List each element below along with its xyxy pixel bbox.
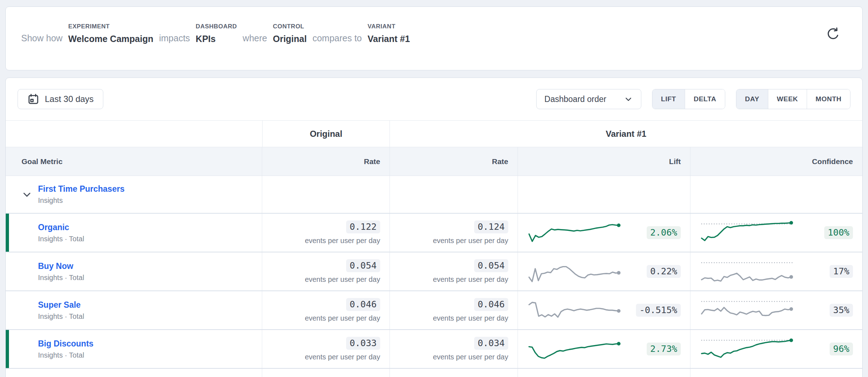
variant-group-header: Variant #1 <box>390 121 862 147</box>
rate-unit: events per user per day <box>433 314 508 322</box>
variant-rate-value: 0.046 <box>474 298 508 311</box>
dashboard-order-dropdown[interactable]: Dashboard order <box>536 89 641 109</box>
granularity-toggle: DAYWEEKMONTH <box>736 89 850 109</box>
metric-name-link[interactable]: Buy Now <box>38 261 84 271</box>
control-group-header: Original <box>262 121 390 147</box>
variant-selector[interactable]: VARIANT Variant #1 <box>368 23 410 44</box>
control-label: CONTROL <box>273 23 307 30</box>
group-metric-link[interactable]: First Time Purchasers <box>38 184 124 194</box>
confidence-value: 96% <box>830 343 853 356</box>
lift-sparkline <box>528 335 624 363</box>
variant-rate-value: 0.124 <box>474 220 508 234</box>
confidence-sparkline <box>700 219 794 246</box>
variant-label: VARIANT <box>368 23 410 30</box>
empty-cell <box>6 369 262 377</box>
chevron-down-icon <box>624 94 633 104</box>
rate-unit: events per user per day <box>305 314 380 322</box>
column-header-confidence: Confidence <box>690 147 862 176</box>
metric-source: Insights · Total <box>38 274 84 282</box>
control-selector[interactable]: CONTROL Original <box>273 23 307 44</box>
empty-cell <box>690 369 862 377</box>
experiment-header-card: Show how EXPERIMENT Welcome Campaign imp… <box>5 6 863 70</box>
metric-row: Big Discounts Insights · Total 0.033 eve… <box>6 330 862 369</box>
column-header-row: Goal Metric Rate Rate Lift Confidence <box>6 147 862 176</box>
variant-value: Variant #1 <box>368 34 410 44</box>
experiment-phrase: Show how EXPERIMENT Welcome Campaign imp… <box>6 7 862 44</box>
confidence-value: 100% <box>824 226 853 239</box>
dashboard-selector[interactable]: DASHBOARD KPIs <box>196 23 237 44</box>
phrase-text: compares to <box>312 33 362 44</box>
group-metric-source: Insights <box>38 196 124 205</box>
metric-name-link[interactable]: Super Sale <box>38 300 84 310</box>
chevron-down-icon <box>22 189 32 200</box>
control-rate-value: 0.122 <box>346 220 380 234</box>
metric-source: Insights · Total <box>38 235 84 243</box>
dashboard-order-label: Dashboard order <box>544 94 607 104</box>
empty-cell <box>390 176 518 213</box>
toolbar-right-group: Dashboard order LIFTDELTA DAYWEEKMONTH <box>536 89 850 109</box>
lift-value: -0.515% <box>636 304 681 317</box>
control-rate-cell: 0.046 events per user per day <box>262 291 390 329</box>
confidence-cell: 100% <box>690 214 862 252</box>
experiment-label: EXPERIMENT <box>68 23 153 30</box>
empty-cell <box>262 369 390 377</box>
lift-cell: -0.515% <box>518 291 690 329</box>
empty-cell <box>518 369 690 377</box>
metric-name-link[interactable]: Organic <box>38 223 84 232</box>
variant-rate-cell: 0.046 events per user per day <box>390 291 518 329</box>
dashboard-value: KPIs <box>196 34 237 44</box>
control-rate-cell: 0.122 events per user per day <box>262 214 390 252</box>
confidence-cell: 35% <box>690 291 862 329</box>
rate-unit: events per user per day <box>433 353 508 361</box>
metric-row: Super Sale Insights · Total 0.046 events… <box>6 291 862 330</box>
confidence-cell: 17% <box>690 252 862 290</box>
lift-value: 2.73% <box>647 343 681 356</box>
rate-unit: events per user per day <box>433 237 508 245</box>
report-toolbar: Last 30 days Dashboard order LIFTDELTA D… <box>6 78 862 109</box>
goal-metric-group-row: First Time Purchasers Insights <box>6 176 862 214</box>
empty-cell <box>262 176 390 213</box>
control-rate-cell: 0.054 events per user per day <box>262 252 390 290</box>
rate-unit: events per user per day <box>305 353 380 361</box>
refresh-button[interactable] <box>825 25 842 43</box>
experiment-selector[interactable]: EXPERIMENT Welcome Campaign <box>68 23 153 44</box>
granularity-option-day[interactable]: DAY <box>736 89 768 109</box>
variant-rate-value: 0.034 <box>474 337 508 350</box>
column-header-lift: Lift <box>518 147 690 176</box>
confidence-value: 35% <box>830 304 853 317</box>
confidence-sparkline <box>700 297 794 324</box>
date-range-button[interactable]: Last 30 days <box>18 89 103 109</box>
column-header-variant-rate: Rate <box>390 147 518 176</box>
granularity-option-week[interactable]: WEEK <box>768 89 807 109</box>
phrase-text: Show how <box>21 33 62 44</box>
metric-source: Insights · Total <box>38 312 84 321</box>
refresh-icon <box>825 26 841 42</box>
phrase-text: where <box>243 33 267 44</box>
empty-cell <box>390 369 518 377</box>
variant-group-header-row: Original Variant #1 <box>6 121 862 147</box>
dashboard-label: DASHBOARD <box>196 23 237 30</box>
metric-name-link[interactable]: Big Discounts <box>38 339 94 349</box>
experiment-value: Welcome Campaign <box>68 34 153 44</box>
collapse-chevron-button[interactable] <box>22 189 32 200</box>
variant-rate-cell: 0.034 events per user per day <box>390 330 518 368</box>
variant-rate-value: 0.054 <box>474 259 508 273</box>
confidence-sparkline <box>700 335 794 363</box>
lift-sparkline <box>528 219 624 246</box>
lift-cell: 2.06% <box>518 214 690 252</box>
date-range-label: Last 30 days <box>45 94 94 104</box>
metric-source: Insights · Total <box>38 351 94 359</box>
rate-unit: events per user per day <box>305 237 380 245</box>
control-rate-cell: 0.033 events per user per day <box>262 330 390 368</box>
empty-cell <box>518 176 690 213</box>
granularity-option-month[interactable]: MONTH <box>807 89 850 109</box>
control-rate-value: 0.046 <box>346 298 380 311</box>
metric-row: Organic Insights · Total 0.122 events pe… <box>6 214 862 252</box>
lift-value: 0.22% <box>647 265 681 278</box>
calendar-icon <box>27 93 39 105</box>
lift-value: 2.06% <box>647 226 681 239</box>
phrase-text: impacts <box>159 33 190 44</box>
goal-group-header <box>6 121 262 147</box>
lift-delta-option-delta[interactable]: DELTA <box>685 89 725 109</box>
lift-delta-option-lift[interactable]: LIFT <box>652 89 685 109</box>
